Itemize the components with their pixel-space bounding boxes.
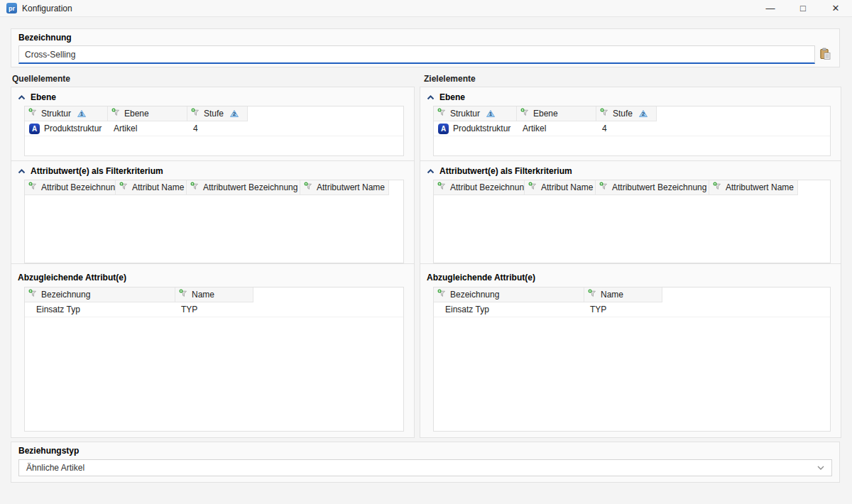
source-attributes-table: Bezeichnung Name Einsatz Typ TYP [24, 287, 404, 432]
target-attributes-section-header: Abzugleichende Attribut(e) [420, 264, 841, 287]
cell-ebene: Artikel [523, 124, 546, 133]
sort-order-number: 1 [486, 110, 495, 117]
table-header-row: Bezeichnung Name [25, 287, 403, 302]
source-filter-section-header[interactable]: Attributwert(e) als Filterkriterium [11, 161, 414, 180]
column-header-struktur[interactable]: Struktur 1 [434, 106, 517, 121]
target-filter-table: Attribut Bezeichnung Attribut Name Attri… [433, 180, 831, 263]
sort-order-number: 2 [639, 110, 648, 117]
target-ebene-table: Struktur 1 Ebene Stufe [433, 106, 831, 156]
column-header-stufe[interactable]: Stufe 2 [596, 106, 657, 121]
column-header-attribut-name[interactable]: Attribut Name [116, 180, 187, 195]
sort-ascending-icon: 1 [77, 110, 86, 117]
column-header-label: Bezeichnung [450, 290, 499, 300]
beziehungstyp-group: Beziehungstyp Ähnliche Artikel [11, 442, 840, 483]
cell-name: TYP [181, 305, 197, 314]
app-icon: pr [6, 3, 17, 13]
close-icon: ✕ [832, 3, 840, 13]
filter-funnel-icon[interactable] [304, 182, 313, 193]
bezeichnung-input[interactable] [18, 45, 815, 64]
filter-funnel-icon[interactable] [437, 289, 447, 300]
column-header-bezeichnung[interactable]: Bezeichnung [434, 287, 584, 302]
minimize-icon: — [766, 3, 775, 13]
table-header-row: Struktur 1 Ebene Stufe [25, 106, 403, 121]
cell-bezeichnung: Einsatz Typ [36, 305, 80, 314]
source-filter-table: Attribut Bezeichnung Attribut Name Attri… [24, 180, 404, 263]
column-header-label: Attributwert Name [726, 182, 794, 192]
collapse-chevron-icon [18, 92, 26, 102]
column-header-attributwert-name[interactable]: Attributwert Name [300, 180, 389, 195]
maximize-icon: □ [800, 3, 806, 13]
beziehungstyp-dropdown[interactable]: Ähnliche Artikel [18, 459, 832, 476]
filter-funnel-icon[interactable] [28, 108, 38, 119]
column-header-attribut-bezeichnung[interactable]: Attribut Bezeichnung [25, 180, 116, 195]
filter-funnel-icon[interactable] [28, 289, 38, 300]
column-header-name[interactable]: Name [175, 287, 253, 302]
source-attributes-section: Abzugleichende Attribut(e) Bezeichnung N… [11, 263, 414, 437]
column-header-label: Ebene [533, 109, 558, 119]
column-header-bezeichnung[interactable]: Bezeichnung [25, 287, 175, 302]
column-header-label: Ebene [124, 109, 149, 119]
filter-funnel-icon[interactable] [179, 289, 188, 300]
section-title: Attributwert(e) als Filterkriterium [439, 166, 572, 176]
table-header-row: Struktur 1 Ebene Stufe [434, 106, 830, 121]
column-header-attributwert-bezeichnung[interactable]: Attributwert Bezeichnung [187, 180, 300, 195]
filter-funnel-icon[interactable] [191, 108, 200, 119]
column-header-attribut-name[interactable]: Attribut Name [525, 180, 596, 195]
target-filter-section: Attributwert(e) als Filterkriterium Attr… [420, 160, 841, 263]
column-header-attributwert-bezeichnung[interactable]: Attributwert Bezeichnung [596, 180, 709, 195]
column-header-stufe[interactable]: Stufe 2 [187, 106, 248, 121]
source-ebene-section-header[interactable]: Ebene [11, 87, 414, 106]
filter-funnel-icon[interactable] [599, 182, 608, 193]
paste-button[interactable] [816, 46, 834, 63]
section-title: Ebene [439, 92, 465, 102]
table-row[interactable]: Einsatz Typ TYP [434, 302, 830, 317]
column-header-label: Struktur [41, 109, 71, 119]
section-title: Abzugleichende Attribut(e) [18, 273, 126, 283]
filter-funnel-icon[interactable] [437, 108, 447, 119]
filter-funnel-icon[interactable] [437, 182, 447, 193]
column-header-name[interactable]: Name [584, 287, 662, 302]
sort-ascending-icon: 2 [639, 110, 648, 117]
maximize-button[interactable]: □ [787, 0, 819, 16]
sort-ascending-icon: 1 [486, 110, 495, 117]
column-header-label: Attributwert Bezeichnung [203, 182, 297, 192]
cell-struktur: Produktstruktur [453, 124, 510, 133]
section-title: Abzugleichende Attribut(e) [427, 273, 535, 283]
column-header-attributwert-name[interactable]: Attributwert Name [709, 180, 798, 195]
filter-funnel-icon[interactable] [119, 182, 129, 193]
target-attributes-section: Abzugleichende Attribut(e) Bezeichnung N… [420, 263, 841, 437]
filter-funnel-icon[interactable] [528, 182, 537, 193]
sort-ascending-icon: 2 [230, 110, 239, 117]
section-title: Ebene [31, 92, 56, 102]
filter-funnel-icon[interactable] [190, 182, 200, 193]
column-header-struktur[interactable]: Struktur 1 [25, 106, 108, 121]
minimize-button[interactable]: — [754, 0, 787, 16]
filter-funnel-icon[interactable] [28, 182, 38, 193]
section-title: Attributwert(e) als Filterkriterium [31, 166, 163, 176]
collapse-chevron-icon [427, 166, 435, 176]
table-row[interactable]: Einsatz Typ TYP [25, 302, 403, 317]
cell-ebene: Artikel [114, 124, 137, 133]
target-attributes-table: Bezeichnung Name Einsatz Typ TYP [433, 287, 831, 432]
collapse-chevron-icon [427, 92, 435, 102]
close-button[interactable]: ✕ [819, 0, 852, 16]
column-header-label: Stufe [204, 109, 224, 119]
target-ebene-section-header[interactable]: Ebene [420, 87, 841, 106]
column-header-ebene[interactable]: Ebene [108, 106, 187, 121]
table-row[interactable]: A Produktstruktur Artikel 4 [434, 121, 830, 136]
target-filter-section-header[interactable]: Attributwert(e) als Filterkriterium [420, 161, 841, 180]
bezeichnung-group: Bezeichnung [11, 28, 840, 67]
filter-funnel-icon[interactable] [520, 108, 530, 119]
filter-funnel-icon[interactable] [588, 289, 597, 300]
cell-stufe: 4 [602, 124, 607, 133]
column-header-label: Attributwert Bezeichnung [612, 182, 706, 192]
filter-funnel-icon[interactable] [713, 182, 722, 193]
source-ebene-section: Ebene Struktur 1 Eb [11, 87, 414, 160]
table-header-row: Attribut Bezeichnung Attribut Name Attri… [434, 180, 830, 195]
filter-funnel-icon[interactable] [600, 108, 609, 119]
column-header-attribut-bezeichnung[interactable]: Attribut Bezeichnung [434, 180, 525, 195]
column-header-ebene[interactable]: Ebene [517, 106, 596, 121]
column-header-label: Attribut Name [132, 182, 184, 192]
table-row[interactable]: A Produktstruktur Artikel 4 [25, 121, 403, 136]
filter-funnel-icon[interactable] [111, 108, 121, 119]
